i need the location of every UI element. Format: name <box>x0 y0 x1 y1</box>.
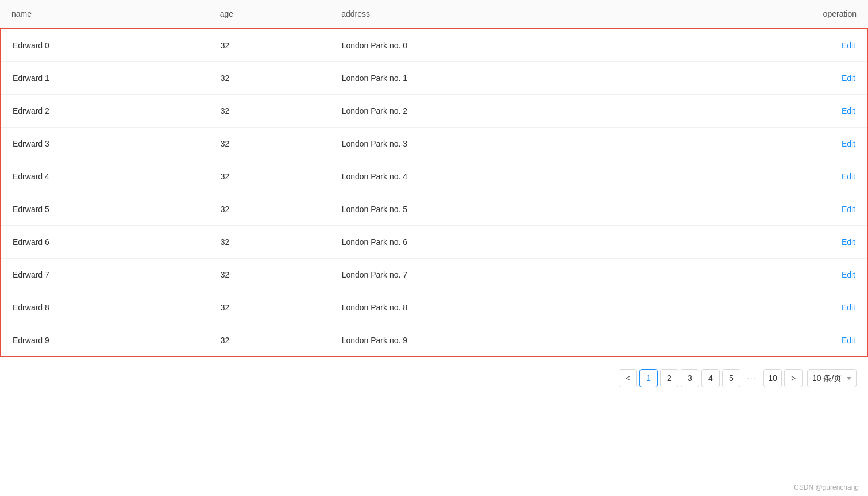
table-row: Edrward 0 32 London Park no. 0 Edit <box>1 29 867 62</box>
column-header-address: address <box>330 0 712 28</box>
cell-age: 32 <box>209 62 330 95</box>
cell-address: London Park no. 7 <box>330 259 711 291</box>
cell-name: Edrward 4 <box>1 160 209 193</box>
cell-operation: Edit <box>711 291 867 324</box>
cell-operation: Edit <box>711 62 867 95</box>
page-3-button[interactable]: 3 <box>681 369 699 387</box>
cell-age: 32 <box>209 160 330 193</box>
table-row: Edrward 9 32 London Park no. 9 Edit <box>1 324 867 357</box>
cell-age: 32 <box>209 95 330 128</box>
table-header-row: name age address operation <box>0 0 868 28</box>
column-header-age: age <box>209 0 330 28</box>
page-container: name age address operation <box>0 0 868 496</box>
cell-address: London Park no. 1 <box>330 62 711 95</box>
column-header-name: name <box>0 0 209 28</box>
edit-link[interactable]: Edit <box>842 205 855 214</box>
cell-name: Edrward 9 <box>1 324 209 357</box>
edit-link[interactable]: Edit <box>842 172 855 181</box>
table-row: Edrward 8 32 London Park no. 8 Edit <box>1 291 867 324</box>
edit-link[interactable]: Edit <box>842 303 855 312</box>
edit-link[interactable]: Edit <box>842 106 855 116</box>
prev-page-button[interactable]: < <box>619 369 637 387</box>
table-row: Edrward 4 32 London Park no. 4 Edit <box>1 160 867 193</box>
cell-name: Edrward 5 <box>1 193 209 226</box>
cell-address: London Park no. 5 <box>330 193 711 226</box>
next-page-button[interactable]: > <box>784 369 803 387</box>
data-table: name age address operation <box>0 0 868 28</box>
cell-age: 32 <box>209 128 330 160</box>
edit-link[interactable]: Edit <box>842 270 855 279</box>
cell-name: Edrward 3 <box>1 128 209 160</box>
edit-link[interactable]: Edit <box>842 41 855 50</box>
cell-name: Edrward 8 <box>1 291 209 324</box>
cell-name: Edrward 0 <box>1 29 209 62</box>
cell-address: London Park no. 8 <box>330 291 711 324</box>
cell-operation: Edit <box>711 160 867 193</box>
cell-name: Edrward 1 <box>1 62 209 95</box>
page-2-button[interactable]: 2 <box>660 369 678 387</box>
pagination: < 1 2 3 4 5 ··· 10 > 10 条/页 <box>0 357 868 399</box>
cell-operation: Edit <box>711 128 867 160</box>
table-row: Edrward 5 32 London Park no. 5 Edit <box>1 193 867 226</box>
edit-link[interactable]: Edit <box>842 139 855 148</box>
cell-age: 32 <box>209 226 330 259</box>
table-row: Edrward 1 32 London Park no. 1 Edit <box>1 62 867 95</box>
cell-age: 32 <box>209 291 330 324</box>
cell-name: Edrward 7 <box>1 259 209 291</box>
cell-address: London Park no. 0 <box>330 29 711 62</box>
edit-link[interactable]: Edit <box>842 237 855 247</box>
cell-operation: Edit <box>711 226 867 259</box>
cell-operation: Edit <box>711 29 867 62</box>
page-size-select[interactable]: 10 条/页 <box>807 369 857 387</box>
page-5-button[interactable]: 5 <box>722 369 740 387</box>
cell-operation: Edit <box>711 193 867 226</box>
cell-age: 32 <box>209 29 330 62</box>
watermark: CSDN @gurenchang <box>794 483 859 491</box>
data-table-body: Edrward 0 32 London Park no. 0 Edit Edrw… <box>1 29 867 356</box>
table-wrapper: name age address operation <box>0 0 868 357</box>
cell-name: Edrward 2 <box>1 95 209 128</box>
cell-operation: Edit <box>711 324 867 357</box>
cell-operation: Edit <box>711 259 867 291</box>
cell-age: 32 <box>209 324 330 357</box>
table-body-bordered: Edrward 0 32 London Park no. 0 Edit Edrw… <box>0 28 868 357</box>
column-header-operation: operation <box>712 0 868 28</box>
page-ellipsis: ··· <box>743 369 761 387</box>
cell-address: London Park no. 4 <box>330 160 711 193</box>
table-row: Edrward 7 32 London Park no. 7 Edit <box>1 259 867 291</box>
table-row: Edrward 2 32 London Park no. 2 Edit <box>1 95 867 128</box>
cell-name: Edrward 6 <box>1 226 209 259</box>
cell-address: London Park no. 2 <box>330 95 711 128</box>
cell-operation: Edit <box>711 95 867 128</box>
table-row: Edrward 6 32 London Park no. 6 Edit <box>1 226 867 259</box>
cell-address: London Park no. 6 <box>330 226 711 259</box>
page-4-button[interactable]: 4 <box>701 369 720 387</box>
edit-link[interactable]: Edit <box>842 336 855 345</box>
last-page-button[interactable]: 10 <box>763 369 782 387</box>
edit-link[interactable]: Edit <box>842 74 855 83</box>
page-1-button[interactable]: 1 <box>639 369 658 387</box>
cell-address: London Park no. 3 <box>330 128 711 160</box>
cell-age: 32 <box>209 259 330 291</box>
cell-address: London Park no. 9 <box>330 324 711 357</box>
cell-age: 32 <box>209 193 330 226</box>
table-row: Edrward 3 32 London Park no. 3 Edit <box>1 128 867 160</box>
